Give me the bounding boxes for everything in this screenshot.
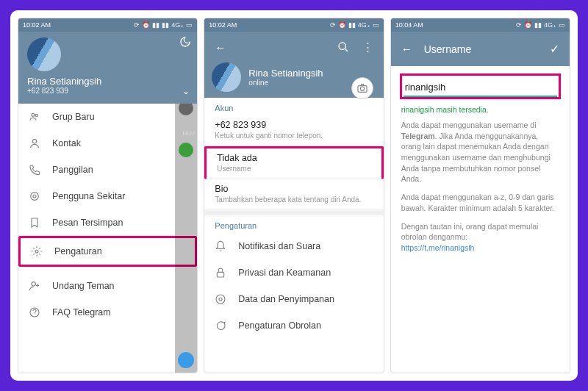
section-settings: Pengaturan: [204, 215, 383, 233]
menu-new-group[interactable]: Grup Baru: [18, 104, 197, 130]
net-icon: 4G₊: [544, 21, 556, 29]
menu-label: Panggilan: [52, 165, 93, 175]
compose-fab[interactable]: [178, 352, 194, 368]
nearby-icon: [29, 190, 42, 202]
svg-point-5: [35, 250, 38, 253]
camera-button[interactable]: [351, 77, 373, 99]
phone-icon: [29, 164, 42, 176]
row-username[interactable]: Tidak ada Username: [204, 146, 383, 179]
description-1: Anda dapat menggunakan username di Teleg…: [391, 120, 570, 192]
row-privacy[interactable]: Privasi dan Keamanan: [204, 259, 383, 286]
status-bar: 10:02 AM ⟳ ⏰ ▮▮ 4G₊ ▭: [204, 18, 383, 32]
menu-saved[interactable]: Pesan Tersimpan: [18, 209, 197, 236]
username-header: ← Username ✓: [391, 32, 570, 66]
alarm-icon: ⏰: [338, 21, 346, 29]
status-bar: 10:04 AM ⟳ ⏰ ▮▮ 4G₊ ▭: [391, 18, 570, 32]
sync-icon: ⟳: [330, 21, 336, 29]
night-mode-icon[interactable]: [179, 36, 191, 48]
svg-point-4: [31, 193, 39, 201]
svg-rect-11: [218, 272, 224, 277]
signal-icon: ▮▮: [162, 21, 169, 29]
tutorial-frame: 10:02 AM ⟳ ⏰ ▮▮ ▮▮ 4G₊ ▭ 47 AM Sel 1927: [10, 10, 578, 381]
row-data[interactable]: Data dan Penyimpanan: [204, 286, 383, 312]
row-label: Privasi dan Keamanan: [238, 268, 331, 278]
menu-label: Kontak: [52, 138, 81, 148]
profile-link[interactable]: https://t.me/rinanigsih: [401, 243, 475, 252]
lock-icon: [215, 267, 228, 279]
svg-point-1: [35, 114, 37, 116]
avatar[interactable]: [212, 62, 241, 92]
back-icon[interactable]: ←: [212, 38, 229, 57]
screen-settings: 10:02 AM ⟳ ⏰ ▮▮ 4G₊ ▭ ← ⋮ Rina Setianing…: [204, 18, 384, 373]
alarm-icon: ⏰: [524, 21, 532, 29]
clock: 10:02 AM: [23, 21, 51, 29]
avatar[interactable]: [27, 37, 61, 71]
screen-username: 10:04 AM ⟳ ⏰ ▮▮ 4G₊ ▭ ← Username ✓ rinan…: [390, 18, 570, 373]
description-2: Anda dapat menggunakan a-z, 0-9 dan gari…: [391, 192, 570, 220]
sync-icon: ⟳: [516, 21, 522, 29]
svg-point-6: [32, 282, 35, 286]
row-notifications[interactable]: Notifikasi dan Suara: [204, 233, 383, 259]
svg-point-8: [339, 43, 345, 49]
menu-label: Undang Teman: [52, 281, 115, 291]
menu-settings[interactable]: Pengaturan: [18, 236, 197, 267]
profile-status: online: [248, 79, 323, 87]
profile-name: Rina Setianingsih: [27, 76, 188, 87]
row-subtitle: Tambahkan beberapa kata tentang diri And…: [215, 196, 373, 204]
row-label: Data dan Penyimpanan: [238, 294, 334, 304]
clock: 10:02 AM: [209, 21, 237, 29]
username-input-highlight: [400, 73, 561, 99]
menu-invite[interactable]: Undang Teman: [18, 273, 197, 299]
row-bio[interactable]: Bio Tambahkan beberapa kata tentang diri…: [204, 179, 383, 215]
confirm-icon[interactable]: ✓: [547, 39, 562, 59]
svg-point-0: [32, 113, 35, 116]
row-label: Pengaturan Obrolan: [238, 320, 321, 331]
invite-icon: [29, 280, 42, 292]
profile-phone: +62 823 939: [27, 87, 188, 95]
screen-drawer: 10:02 AM ⟳ ⏰ ▮▮ ▮▮ 4G₊ ▭ 47 AM Sel 1927: [18, 18, 198, 373]
row-phone[interactable]: +62 823 939 Ketuk untuk ganti nomor tele…: [204, 115, 383, 146]
group-icon: [29, 111, 42, 123]
sync-icon: ⟳: [134, 21, 140, 29]
description-3: Dengan tautan ini, orang dapat memulai o…: [391, 221, 570, 261]
row-subtitle: Ketuk untuk ganti nomor telepon.: [215, 132, 373, 140]
help-icon: [29, 306, 42, 318]
menu-label: Pengaturan: [54, 246, 102, 257]
row-chat-settings[interactable]: Pengaturan Obrolan: [204, 312, 383, 339]
battery-icon: ▭: [559, 21, 565, 29]
row-title: Bio: [215, 184, 373, 194]
more-icon[interactable]: ⋮: [359, 37, 376, 57]
username-input[interactable]: [404, 79, 557, 97]
svg-point-13: [219, 298, 222, 301]
svg-point-12: [216, 295, 225, 304]
drawer-menu: Grup Baru Kontak Panggilan Pengguna Seki…: [18, 104, 197, 373]
status-bar: 10:02 AM ⟳ ⏰ ▮▮ ▮▮ 4G₊ ▭: [18, 18, 197, 32]
person-icon: [29, 137, 42, 149]
settings-header: ← ⋮ Rina Setianingsih online: [204, 32, 383, 98]
svg-point-2: [32, 140, 36, 143]
row-label: Notifikasi dan Suara: [238, 241, 320, 251]
menu-nearby[interactable]: Pengguna Sekitar: [18, 183, 197, 209]
search-icon[interactable]: [334, 38, 352, 56]
page-title: Username: [424, 43, 538, 55]
bell-icon: [215, 240, 228, 252]
chevron-down-icon[interactable]: ⌄: [182, 86, 190, 96]
signal-icon: ▮▮: [348, 21, 356, 29]
row-subtitle: Username: [217, 165, 370, 173]
clock: 10:04 AM: [395, 21, 423, 29]
svg-point-3: [33, 195, 36, 198]
menu-label: Pengguna Sekitar: [52, 191, 125, 201]
menu-label: Pesan Tersimpan: [52, 218, 123, 228]
back-icon[interactable]: ←: [398, 40, 415, 58]
signal-icon: ▮▮: [152, 21, 159, 29]
row-title: +62 823 939: [215, 120, 373, 130]
menu-faq[interactable]: FAQ Telegram: [18, 299, 197, 326]
battery-icon: ▭: [373, 21, 379, 29]
menu-contacts[interactable]: Kontak: [18, 130, 197, 157]
menu-calls[interactable]: Panggilan: [18, 157, 197, 183]
alarm-icon: ⏰: [142, 21, 150, 29]
net-icon: 4G₊: [171, 21, 184, 29]
drawer-header: Rina Setianingsih +62 823 939 ⌄: [18, 32, 197, 104]
battery-icon: ▭: [186, 21, 193, 29]
svg-point-10: [360, 87, 364, 90]
